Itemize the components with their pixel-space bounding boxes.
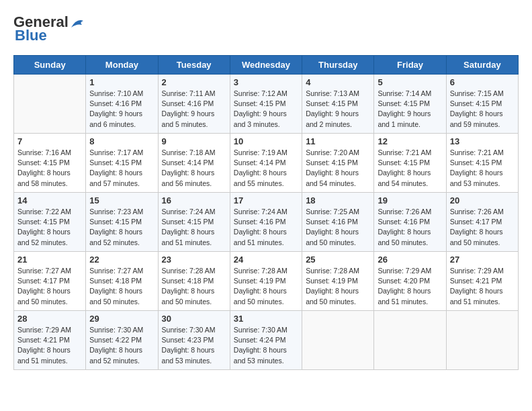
day-number: 19 <box>378 195 442 205</box>
cell-info: Sunrise: 7:29 AM Sunset: 4:21 PM Dayligh… <box>17 325 82 366</box>
day-number: 12 <box>378 136 442 146</box>
calendar-cell: 14Sunrise: 7:22 AM Sunset: 4:15 PM Dayli… <box>14 193 86 252</box>
cell-info: Sunrise: 7:23 AM Sunset: 4:15 PM Dayligh… <box>89 207 154 248</box>
cell-info: Sunrise: 7:16 AM Sunset: 4:15 PM Dayligh… <box>17 148 82 189</box>
cell-info: Sunrise: 7:28 AM Sunset: 4:19 PM Dayligh… <box>306 266 370 307</box>
calendar-cell: 16Sunrise: 7:24 AM Sunset: 4:15 PM Dayli… <box>158 193 230 252</box>
calendar-cell: 9Sunrise: 7:18 AM Sunset: 4:14 PM Daylig… <box>158 134 230 193</box>
calendar-cell: 19Sunrise: 7:26 AM Sunset: 4:16 PM Dayli… <box>374 193 446 252</box>
calendar-cell: 3Sunrise: 7:12 AM Sunset: 4:15 PM Daylig… <box>230 75 302 134</box>
cell-info: Sunrise: 7:30 AM Sunset: 4:23 PM Dayligh… <box>162 325 226 366</box>
weekday-header-monday: Monday <box>86 56 158 75</box>
calendar-cell: 11Sunrise: 7:20 AM Sunset: 4:15 PM Dayli… <box>302 134 374 193</box>
weekday-header-friday: Friday <box>374 56 446 75</box>
calendar-cell: 13Sunrise: 7:21 AM Sunset: 4:15 PM Dayli… <box>446 134 518 193</box>
day-number: 30 <box>162 314 226 324</box>
day-number: 15 <box>89 195 154 205</box>
day-number: 5 <box>378 77 442 87</box>
weekday-header-row: SundayMondayTuesdayWednesdayThursdayFrid… <box>14 56 519 75</box>
calendar-cell: 24Sunrise: 7:28 AM Sunset: 4:19 PM Dayli… <box>230 252 302 311</box>
day-number: 21 <box>17 255 82 265</box>
day-number: 27 <box>450 255 515 265</box>
day-number: 17 <box>234 195 298 205</box>
day-number: 18 <box>306 195 370 205</box>
calendar-cell: 2Sunrise: 7:11 AM Sunset: 4:16 PM Daylig… <box>158 75 230 134</box>
calendar-cell: 5Sunrise: 7:14 AM Sunset: 4:15 PM Daylig… <box>374 75 446 134</box>
calendar-cell: 6Sunrise: 7:15 AM Sunset: 4:15 PM Daylig… <box>446 75 518 134</box>
calendar-cell <box>14 75 86 134</box>
day-number: 20 <box>450 195 515 205</box>
day-number: 14 <box>17 195 82 205</box>
calendar-cell: 4Sunrise: 7:13 AM Sunset: 4:15 PM Daylig… <box>302 75 374 134</box>
calendar-cell: 20Sunrise: 7:26 AM Sunset: 4:17 PM Dayli… <box>446 193 518 252</box>
calendar-cell: 23Sunrise: 7:28 AM Sunset: 4:18 PM Dayli… <box>158 252 230 311</box>
cell-info: Sunrise: 7:30 AM Sunset: 4:22 PM Dayligh… <box>89 325 154 366</box>
cell-info: Sunrise: 7:21 AM Sunset: 4:15 PM Dayligh… <box>450 148 515 189</box>
logo: General Blue <box>13 13 89 44</box>
calendar-cell: 29Sunrise: 7:30 AM Sunset: 4:22 PM Dayli… <box>86 311 158 370</box>
cell-info: Sunrise: 7:19 AM Sunset: 4:14 PM Dayligh… <box>234 148 298 189</box>
day-number: 2 <box>162 77 226 87</box>
day-number: 10 <box>234 136 298 146</box>
day-number: 4 <box>306 77 370 87</box>
calendar-cell: 1Sunrise: 7:10 AM Sunset: 4:16 PM Daylig… <box>86 75 158 134</box>
calendar-cell: 25Sunrise: 7:28 AM Sunset: 4:19 PM Dayli… <box>302 252 374 311</box>
day-number: 31 <box>234 314 298 324</box>
cell-info: Sunrise: 7:14 AM Sunset: 4:15 PM Dayligh… <box>378 89 442 130</box>
cell-info: Sunrise: 7:26 AM Sunset: 4:17 PM Dayligh… <box>450 207 515 248</box>
weekday-header-thursday: Thursday <box>302 56 374 75</box>
calendar-cell: 27Sunrise: 7:29 AM Sunset: 4:21 PM Dayli… <box>446 252 518 311</box>
week-row-4: 21Sunrise: 7:27 AM Sunset: 4:17 PM Dayli… <box>14 252 519 311</box>
cell-info: Sunrise: 7:20 AM Sunset: 4:15 PM Dayligh… <box>306 148 370 189</box>
day-number: 13 <box>450 136 515 146</box>
weekday-header-sunday: Sunday <box>14 56 86 75</box>
calendar-table: SundayMondayTuesdayWednesdayThursdayFrid… <box>13 55 519 370</box>
calendar-cell: 15Sunrise: 7:23 AM Sunset: 4:15 PM Dayli… <box>86 193 158 252</box>
cell-info: Sunrise: 7:24 AM Sunset: 4:15 PM Dayligh… <box>162 207 226 248</box>
day-number: 25 <box>306 255 370 265</box>
week-row-1: 1Sunrise: 7:10 AM Sunset: 4:16 PM Daylig… <box>14 75 519 134</box>
week-row-3: 14Sunrise: 7:22 AM Sunset: 4:15 PM Dayli… <box>14 193 519 252</box>
calendar-cell: 21Sunrise: 7:27 AM Sunset: 4:17 PM Dayli… <box>14 252 86 311</box>
day-number: 6 <box>450 77 515 87</box>
cell-info: Sunrise: 7:24 AM Sunset: 4:16 PM Dayligh… <box>234 207 298 248</box>
day-number: 1 <box>89 77 154 87</box>
calendar-cell: 28Sunrise: 7:29 AM Sunset: 4:21 PM Dayli… <box>14 311 86 370</box>
day-number: 9 <box>162 136 226 146</box>
week-row-5: 28Sunrise: 7:29 AM Sunset: 4:21 PM Dayli… <box>14 311 519 370</box>
cell-info: Sunrise: 7:12 AM Sunset: 4:15 PM Dayligh… <box>234 89 298 130</box>
calendar-cell <box>374 311 446 370</box>
day-number: 24 <box>234 255 298 265</box>
calendar-cell: 10Sunrise: 7:19 AM Sunset: 4:14 PM Dayli… <box>230 134 302 193</box>
weekday-header-wednesday: Wednesday <box>230 56 302 75</box>
day-number: 11 <box>306 136 370 146</box>
day-number: 16 <box>162 195 226 205</box>
cell-info: Sunrise: 7:13 AM Sunset: 4:15 PM Dayligh… <box>306 89 370 130</box>
logo-blue: Blue <box>13 27 47 44</box>
calendar-cell: 18Sunrise: 7:25 AM Sunset: 4:16 PM Dayli… <box>302 193 374 252</box>
day-number: 3 <box>234 77 298 87</box>
week-row-2: 7Sunrise: 7:16 AM Sunset: 4:15 PM Daylig… <box>14 134 519 193</box>
day-number: 26 <box>378 255 442 265</box>
weekday-header-saturday: Saturday <box>446 56 518 75</box>
calendar-cell <box>446 311 518 370</box>
day-number: 22 <box>89 255 154 265</box>
calendar-cell: 8Sunrise: 7:17 AM Sunset: 4:15 PM Daylig… <box>86 134 158 193</box>
calendar-cell: 17Sunrise: 7:24 AM Sunset: 4:16 PM Dayli… <box>230 193 302 252</box>
weekday-header-tuesday: Tuesday <box>158 56 230 75</box>
day-number: 8 <box>89 136 154 146</box>
day-number: 23 <box>162 255 226 265</box>
cell-info: Sunrise: 7:28 AM Sunset: 4:18 PM Dayligh… <box>162 266 226 307</box>
page-header: General Blue <box>13 13 519 44</box>
day-number: 28 <box>17 314 82 324</box>
cell-info: Sunrise: 7:11 AM Sunset: 4:16 PM Dayligh… <box>162 89 226 130</box>
calendar-cell <box>302 311 374 370</box>
calendar-cell: 7Sunrise: 7:16 AM Sunset: 4:15 PM Daylig… <box>14 134 86 193</box>
cell-info: Sunrise: 7:30 AM Sunset: 4:24 PM Dayligh… <box>234 325 298 366</box>
cell-info: Sunrise: 7:18 AM Sunset: 4:14 PM Dayligh… <box>162 148 226 189</box>
cell-info: Sunrise: 7:27 AM Sunset: 4:18 PM Dayligh… <box>89 266 154 307</box>
cell-info: Sunrise: 7:28 AM Sunset: 4:19 PM Dayligh… <box>234 266 298 307</box>
cell-info: Sunrise: 7:22 AM Sunset: 4:15 PM Dayligh… <box>17 207 82 248</box>
cell-info: Sunrise: 7:25 AM Sunset: 4:16 PM Dayligh… <box>306 207 370 248</box>
cell-info: Sunrise: 7:10 AM Sunset: 4:16 PM Dayligh… <box>89 89 154 130</box>
